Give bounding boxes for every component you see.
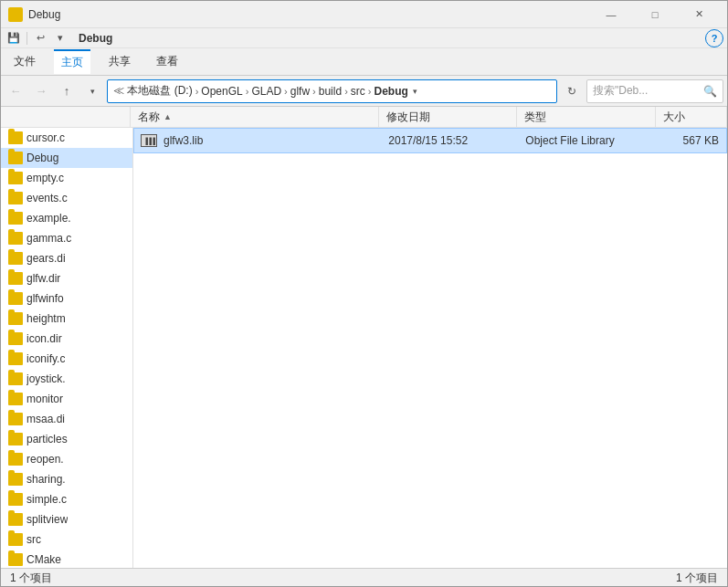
folder-icon [8,152,23,164]
sidebar-item-17[interactable]: sharing. [1,469,132,489]
minimize-button[interactable]: — [590,1,632,28]
folder-title-icon [8,7,23,22]
tab-file[interactable]: 文件 [6,50,43,73]
sidebar-item-3[interactable]: events.c [1,188,132,208]
sidebar-item-20[interactable]: src [1,529,132,550]
sidebar-item-label: CMake [26,553,61,566]
maximize-button[interactable]: □ [634,1,676,28]
window-controls: — □ ✕ [590,1,720,28]
sidebar-item-6[interactable]: gears.di [1,248,132,268]
sidebar-item-7[interactable]: glfw.dir [1,268,132,288]
folder-icon [8,413,23,425]
window-title: Debug [28,8,60,21]
sidebar-item-10[interactable]: icon.dir [1,329,132,349]
sidebar-item-4[interactable]: example. [1,208,132,228]
file-type: Object File Library [518,134,655,147]
folder-icon [8,272,23,285]
address-box[interactable]: ≪ 本地磁盘 (D:) › OpenGL › GLAD › glfw › bui… [107,79,557,103]
bc-glad: GLAD [251,85,281,98]
status-bar: 1 个项目 1 个项目 [1,568,727,587]
sidebar-item-label: src [26,533,41,546]
col-header-size[interactable]: 大小 [656,107,727,127]
sidebar-item-8[interactable]: glfwinfo [1,288,132,309]
sidebar-item-14[interactable]: msaa.di [1,409,132,429]
recent-locations-button[interactable]: ▾ [81,80,103,102]
sidebar-item-label: glfw.dir [26,272,60,285]
ribbon: 文件 主页 共享 查看 [1,48,727,76]
forward-button[interactable]: → [30,80,52,102]
address-dropdown-btn[interactable]: ▾ [408,79,423,103]
folder-icon [8,433,23,445]
folder-icon [8,292,23,305]
sidebar-item-9[interactable]: heightm [1,309,132,329]
bc-src: src [351,85,365,98]
refresh-button[interactable]: ↻ [561,79,583,103]
help-button[interactable]: ? [705,29,723,47]
table-row[interactable]: glfw3.lib 2017/8/15 15:52 Object File Li… [133,128,727,153]
sidebar-item-label: joystick. [26,372,66,385]
file-date: 2017/8/15 15:52 [381,134,518,147]
back-button[interactable]: ← [5,80,26,102]
sidebar-item-label: cursor.c [26,131,65,144]
col-header-date[interactable]: 修改日期 [379,107,517,127]
sidebar-item-label: events.c [26,192,68,204]
selected-info: 1 个项目 [676,571,718,586]
sidebar-item-19[interactable]: splitview [1,509,132,529]
folder-icon [8,553,23,566]
title-bar: Debug — □ ✕ [1,1,727,28]
tab-share[interactable]: 共享 [101,50,138,73]
lib-icon-shape [141,134,157,147]
sidebar-item-18[interactable]: simple.c [1,489,132,509]
sidebar-item-2[interactable]: empty.c [1,168,132,188]
file-name: glfw3.lib [164,134,203,147]
up-button[interactable]: ↑ [56,80,78,102]
sidebar-item-label: simple.c [26,493,67,506]
item-count: 1 个项目 [10,571,52,586]
tab-home[interactable]: 主页 [54,49,90,74]
folder-icon [8,332,23,345]
sidebar-item-label: empty.c [26,172,64,184]
folder-icon [8,393,23,405]
quick-access-dropdown[interactable]: ▾ [51,30,69,47]
sidebar-item-0[interactable]: cursor.c [1,128,132,148]
col-header-name[interactable]: 名称 ▲ [130,107,379,127]
sidebar-item-11[interactable]: iconify.c [1,349,132,369]
sidebar-item-label: heightm [26,312,66,325]
bc-local-disk: ≪ 本地磁盘 (D:) [113,83,193,99]
sidebar-item-label: msaa.di [26,413,65,425]
sidebar-item-label: icon.dir [26,332,62,345]
sidebar-item-16[interactable]: reopen. [1,449,132,469]
sidebar-item-15[interactable]: particles [1,429,132,449]
sidebar-item-13[interactable]: monitor [1,389,132,409]
sidebar-item-label: glfwinfo [26,292,64,305]
col-header-type[interactable]: 类型 [517,107,655,127]
file-name-cell: glfw3.lib [134,133,381,148]
sidebar-item-label: example. [26,212,71,225]
close-button[interactable]: ✕ [678,1,720,28]
sidebar-item-5[interactable]: gamma.c [1,228,132,248]
sidebar-item-12[interactable]: joystick. [1,369,132,389]
sidebar-item-1[interactable]: Debug [1,148,132,168]
file-list: glfw3.lib 2017/8/15 15:52 Object File Li… [133,128,727,568]
folder-icon [8,513,23,526]
folder-icon [8,131,23,144]
folder-icon [8,172,23,184]
tab-view[interactable]: 查看 [149,50,185,73]
sidebar-item-label: gamma.c [26,232,71,245]
sidebar-item-label: particles [26,433,68,445]
folder-icon [8,372,23,385]
sidebar-item-label: monitor [26,393,63,405]
search-box[interactable]: 搜索"Deb... 🔍 [586,79,723,103]
folder-icon [8,352,23,365]
folder-icon [8,192,23,204]
column-headers: 名称 ▲ 修改日期 类型 大小 [1,107,727,128]
save-quick-btn[interactable]: 💾 [5,30,23,47]
main-layout: cursor.cDebugempty.cevents.cexample.gamm… [1,128,727,568]
undo-quick-btn[interactable]: ↩ [31,30,49,47]
quick-toolbar: 💾 ↩ ▾ Debug ? [1,28,727,48]
bc-build: build [319,85,342,98]
sidebar-item-21[interactable]: CMake [1,550,132,568]
address-bar-area: ← → ↑ ▾ ≪ 本地磁盘 (D:) › OpenGL › GLAD › gl… [1,76,727,107]
folder-icon [8,533,23,546]
folder-icon [8,473,23,486]
